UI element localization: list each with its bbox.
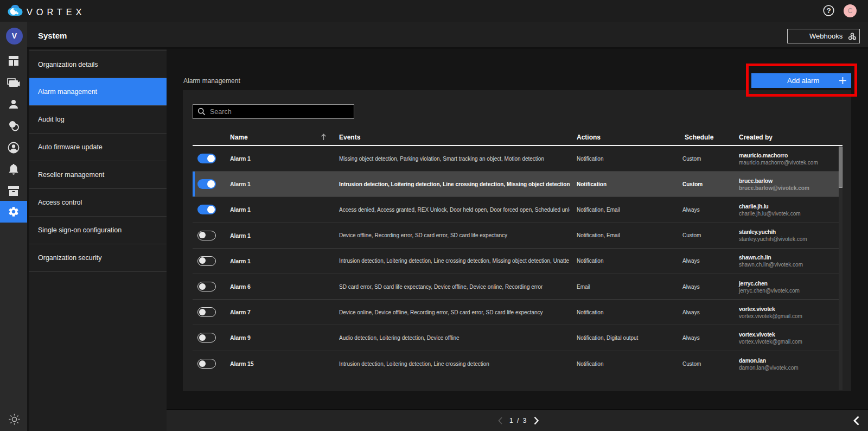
- svg-text:?: ?: [826, 7, 831, 15]
